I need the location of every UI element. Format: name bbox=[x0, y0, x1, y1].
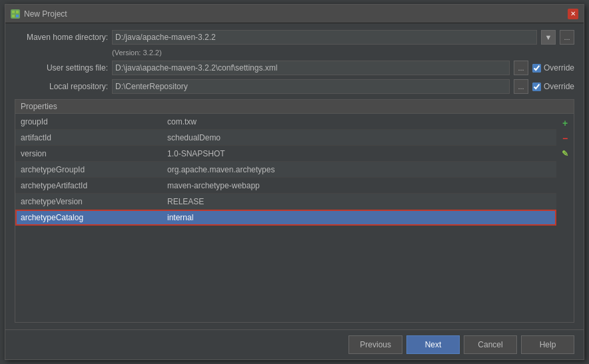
prop-value: 1.0-SNAPSHOT bbox=[162, 149, 556, 158]
new-project-dialog: New Project ✕ Maven home directory: ▼ ..… bbox=[5, 4, 584, 360]
local-repo-label: Local repository: bbox=[15, 82, 108, 91]
properties-actions: + − ✎ bbox=[556, 114, 574, 322]
maven-home-input[interactable] bbox=[112, 30, 537, 45]
prop-key: archetypeCatalog bbox=[15, 213, 162, 222]
properties-table: groupIdcom.txwartifactIdschedualDemovers… bbox=[15, 114, 556, 322]
user-settings-input[interactable] bbox=[112, 61, 510, 75]
help-button[interactable]: Help bbox=[521, 335, 574, 354]
cancel-button[interactable]: Cancel bbox=[464, 335, 517, 354]
maven-home-dropdown-button[interactable]: ▼ bbox=[541, 30, 556, 45]
title-bar: New Project ✕ bbox=[5, 5, 584, 23]
edit-property-button[interactable]: ✎ bbox=[558, 147, 572, 160]
local-repo-override-checkbox[interactable] bbox=[532, 83, 541, 91]
title-bar-left: New Project bbox=[11, 9, 67, 19]
dialog-title: New Project bbox=[24, 9, 67, 19]
maven-home-browse-button[interactable]: ... bbox=[560, 30, 574, 45]
prop-value: org.apache.maven.archetypes bbox=[162, 165, 556, 174]
properties-section: Properties groupIdcom.txwartifactIdsched… bbox=[15, 99, 574, 323]
svg-rect-1 bbox=[16, 11, 19, 13]
table-row[interactable]: archetypeCataloginternal bbox=[15, 210, 556, 226]
dialog-content: Maven home directory: ▼ ... (Version: 3.… bbox=[5, 23, 584, 329]
local-repo-row: Local repository: ... Override bbox=[15, 79, 574, 94]
maven-version-text: (Version: 3.2.2) bbox=[112, 49, 574, 57]
user-settings-browse-button[interactable]: ... bbox=[514, 61, 528, 75]
table-row[interactable]: groupIdcom.txw bbox=[15, 114, 556, 130]
previous-button[interactable]: Previous bbox=[348, 335, 402, 354]
prop-value: RELEASE bbox=[162, 197, 556, 206]
svg-rect-3 bbox=[16, 15, 19, 17]
properties-body: groupIdcom.txwartifactIdschedualDemovers… bbox=[15, 114, 574, 322]
dialog-footer: Previous Next Cancel Help bbox=[5, 329, 584, 359]
prop-key: archetypeGroupId bbox=[15, 165, 162, 174]
user-settings-override-label[interactable]: Override bbox=[532, 63, 574, 73]
prop-value: maven-archetype-webapp bbox=[162, 181, 556, 190]
table-row[interactable]: archetypeGroupIdorg.apache.maven.archety… bbox=[15, 162, 556, 178]
user-settings-label: User settings file: bbox=[15, 63, 108, 73]
prop-value: schedualDemo bbox=[162, 133, 556, 142]
user-settings-override-checkbox[interactable] bbox=[532, 64, 541, 73]
table-row[interactable]: artifactIdschedualDemo bbox=[15, 130, 556, 146]
local-repo-override-label[interactable]: Override bbox=[532, 82, 574, 91]
maven-home-label: Maven home directory: bbox=[15, 33, 108, 42]
close-button[interactable]: ✕ bbox=[568, 9, 578, 19]
table-row[interactable]: archetypeVersionRELEASE bbox=[15, 194, 556, 210]
remove-property-button[interactable]: − bbox=[558, 132, 572, 145]
user-settings-row: User settings file: ... Override bbox=[15, 61, 574, 75]
svg-rect-0 bbox=[12, 11, 15, 13]
add-property-button[interactable]: + bbox=[558, 116, 572, 130]
local-repo-browse-button[interactable]: ... bbox=[514, 79, 528, 94]
prop-key: version bbox=[15, 149, 162, 158]
prop-value: internal bbox=[162, 213, 556, 222]
maven-home-row: Maven home directory: ▼ ... bbox=[15, 30, 574, 45]
prop-value: com.txw bbox=[162, 117, 556, 126]
table-row[interactable]: version1.0-SNAPSHOT bbox=[15, 146, 556, 162]
prop-key: archetypeVersion bbox=[15, 197, 162, 206]
prop-key: archetypeArtifactId bbox=[15, 181, 162, 190]
prop-key: artifactId bbox=[15, 133, 162, 142]
table-row[interactable]: archetypeArtifactIdmaven-archetype-webap… bbox=[15, 178, 556, 194]
properties-header: Properties bbox=[15, 100, 574, 114]
prop-key: groupId bbox=[15, 117, 162, 126]
next-button[interactable]: Next bbox=[406, 335, 460, 354]
dialog-icon bbox=[11, 9, 20, 19]
local-repo-input[interactable] bbox=[112, 79, 510, 94]
svg-rect-2 bbox=[12, 15, 15, 17]
